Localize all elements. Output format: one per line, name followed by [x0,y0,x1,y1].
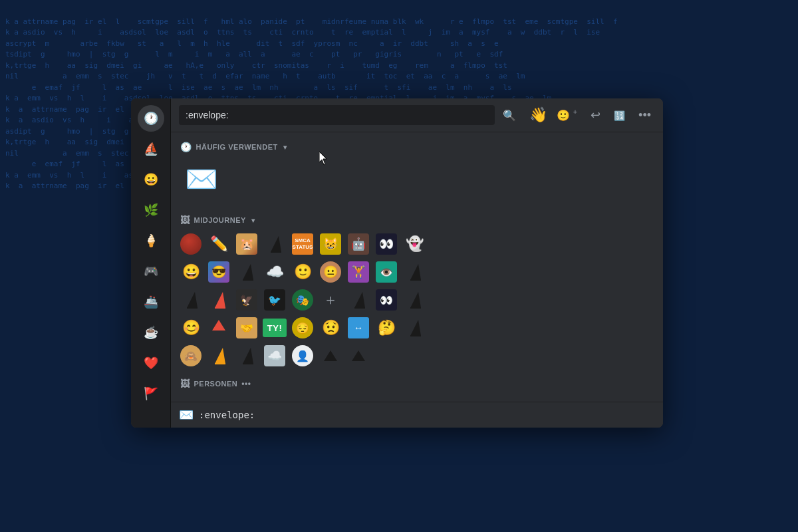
emoji-picker-modal: 🕐 ⛵ 😀 🌿 🍦 🎮 🚢 ☕ ❤️ 🚩 [131,98,663,428]
emoji-mj36[interactable] [401,315,428,341]
sidebar-item-symbols[interactable]: ❤️ [138,350,164,376]
sidebar-item-smileys[interactable]: 😀 [138,166,164,193]
svg-marker-19 [243,348,253,364]
submarine-icon: 🚢 [144,295,158,309]
emoji-mj21[interactable]: 🦅 [233,287,260,313]
svg-marker-4 [410,264,421,280]
emoji-mj15[interactable]: 😐 [317,259,344,285]
section-label-midjourney: MIDJOURNEY [194,216,246,224]
emoji-mj27[interactable] [401,287,428,313]
section-clock-icon: 🕐 [180,142,192,152]
footer-envelope-icon: ✉️ [179,408,194,422]
add-emoji-button[interactable]: 🙂 + [553,105,581,125]
emoji-mj42[interactable] [317,342,344,369]
section-label-persons: PERSONEN [194,380,238,388]
add-emoji-icon: 🙂 [557,110,570,121]
emoji-mj33[interactable]: 😟 [317,315,344,341]
search-input[interactable]: :envelope: [179,105,495,125]
emoji-empty3 [429,287,456,313]
emoji-mj41[interactable]: 👤 [289,342,316,369]
emoji-mj40[interactable]: ☁️ [261,342,288,369]
popsicle-icon: 🍦 [144,233,158,248]
emoji-mj14[interactable]: 🙂 [289,259,316,285]
svg-marker-14 [212,320,225,331]
sidebar-item-travel[interactable]: 🚢 [138,289,164,315]
svg-marker-10 [354,292,365,308]
emoji-mj2[interactable]: ✏️ [205,231,232,257]
section-header-haeufig[interactable]: 🕐 HÄUFIG VERWENDET ▾ [178,138,656,158]
emoji-mj11[interactable]: 😎 [205,259,232,285]
emoji-envelope[interactable]: ✉️ [178,158,225,200]
emoji-mj10[interactable]: 😀 [178,259,204,285]
emoji-main-panel: :envelope: 🔍 👋 🙂 + ↩ 🔢 ••• [171,98,663,428]
emoji-mj12[interactable] [233,259,260,285]
sidebar-item-activities[interactable]: 🎮 [138,258,164,285]
reply-button[interactable]: ↩ [587,105,604,125]
svg-marker-0 [271,236,281,252]
emoji-mj17[interactable]: 👁️ [373,259,400,285]
svg-marker-2 [243,264,253,280]
emoji-mj29-arrow[interactable] [205,315,232,341]
search-button[interactable]: 🔍 [500,106,519,124]
svg-marker-22 [352,350,365,361]
footer-text: :envelope: [199,410,255,420]
svg-marker-21 [324,350,337,361]
emoji-scroll-area[interactable]: 🕐 HÄUFIG VERWENDET ▾ ✉️ 🖼 MIDJOURNEY ▾ [171,132,663,402]
emoji-mj22[interactable]: 🐦 [261,287,288,313]
svg-marker-12 [410,292,421,308]
emoji-footer: ✉️ :envelope: [171,402,663,428]
svg-marker-8 [215,292,225,308]
emoji-mj5[interactable]: SMCA STATUS [289,231,316,257]
reply-icon: ↩ [591,108,600,122]
emoji-mj13[interactable]: ☁️ [261,259,288,285]
emoji-mj23[interactable]: 🎭 [289,287,316,313]
emoji-mj24-plus[interactable]: ＋ [317,287,344,313]
emoji-empty4 [429,315,456,341]
emoji-mj3[interactable]: 🐹 [233,231,260,257]
emoji-mj18[interactable] [401,259,428,285]
emoji-mj43[interactable] [345,342,372,369]
sailboat-icon: ⛵ [144,142,158,156]
emoji-empty1 [429,231,456,257]
chevron-down-icon-mj: ▾ [251,217,255,224]
emoji-mj25[interactable] [345,287,372,313]
emoji-mj7[interactable]: 🤖 [345,231,372,257]
emoji-mj4[interactable] [261,231,288,257]
emoji-mj6[interactable]: 😸 [317,231,344,257]
gamepad-icon: 🎮 [144,264,158,279]
nitro-icon: 🔢 [614,110,625,121]
emoji-mj20[interactable] [205,287,232,313]
emoji-mj19[interactable] [178,287,204,313]
emoji-mj31-ty[interactable]: TY! [261,315,288,341]
emoji-mj39[interactable] [233,342,260,369]
sidebar-item-recent[interactable]: 🕐 [138,105,164,132]
emoji-mj37[interactable]: 🙈 [178,342,204,369]
emoji-mj26[interactable]: 👀 [373,287,400,313]
clock-icon: 🕐 [144,111,158,126]
waving-hand-button[interactable]: 👋 [529,106,547,124]
emoji-mj32[interactable]: 😔 [289,315,316,341]
sidebar-item-nature[interactable]: 🌿 [138,197,164,223]
sidebar-item-objects[interactable]: ☕ [138,319,164,346]
ellipsis-icon: ••• [241,379,251,388]
emoji-mj16[interactable]: 🏋️ [345,259,372,285]
emoji-mj35[interactable]: 🤔 [373,315,400,341]
nitro-button[interactable]: 🔢 [610,106,629,125]
sidebar-item-food[interactable]: 🍦 [138,227,164,254]
emoji-empty2 [429,259,456,285]
svg-marker-15 [410,320,421,336]
sidebar-item-midjourney[interactable]: ⛵ [138,136,164,162]
chevron-down-icon: ▾ [283,144,287,151]
emoji-mj34[interactable]: ↔️ [345,315,372,341]
emoji-mj28[interactable]: 😊 [178,315,204,341]
emoji-mj30[interactable]: 🤝 [233,315,260,341]
emoji-mj8[interactable]: 👀 [373,231,400,257]
emoji-mj9[interactable]: 👻 [401,231,428,257]
emoji-grid-midjourney: ✏️ 🐹 SMCA STATUS 😸 [178,231,656,369]
section-header-midjourney[interactable]: 🖼 MIDJOURNEY ▾ [178,211,656,231]
emoji-mj38[interactable] [205,342,232,369]
emoji-mj1[interactable] [178,231,204,257]
section-header-persons[interactable]: 🖼 PERSONEN ••• [178,374,656,394]
sidebar-item-flags[interactable]: 🚩 [138,380,164,407]
more-button[interactable]: ••• [634,106,655,125]
